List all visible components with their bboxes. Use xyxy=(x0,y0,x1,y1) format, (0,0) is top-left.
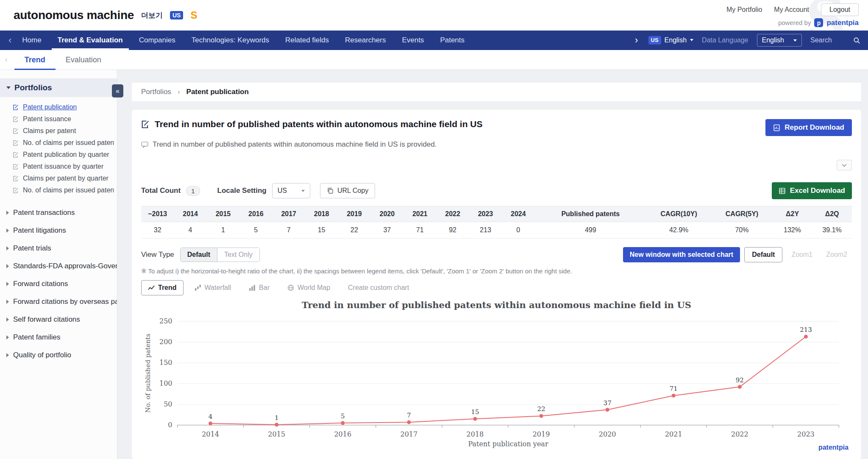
report-icon xyxy=(773,124,780,131)
chevron-down-icon xyxy=(301,190,305,192)
sidebar-item[interactable]: No. of claims per issued patent by qua… xyxy=(13,184,114,196)
sidebar-group[interactable]: Forward citations xyxy=(0,275,117,293)
sidebar-group[interactable]: Self forward citations xyxy=(0,311,117,328)
chart-credit-link[interactable]: patentpia xyxy=(818,444,849,451)
nav-item[interactable]: Related fields xyxy=(277,31,337,50)
nav-scroll-left-icon[interactable]: ‹ xyxy=(6,36,14,45)
new-window-button[interactable]: New window with selected chart xyxy=(623,247,740,262)
sidebar-group[interactable]: Standards-FDA approvals-Govern… xyxy=(0,257,117,275)
nav-item[interactable]: Home xyxy=(14,31,49,50)
subtabs: Trend Evaluation xyxy=(14,50,111,70)
sidebar-group[interactable]: Quality of portfolio xyxy=(0,346,117,364)
nav-item[interactable]: Technologies: Keywords xyxy=(184,31,277,50)
report-download-button[interactable]: Report Download xyxy=(765,119,852,136)
site-language-selector[interactable]: US English xyxy=(648,36,694,45)
total-count-label: Total Count xyxy=(141,186,181,195)
view-type-default-button[interactable]: Default xyxy=(181,248,217,261)
globe-icon xyxy=(287,284,294,291)
summary-table-value-cell: 42.9% xyxy=(646,222,711,239)
copy-icon xyxy=(327,187,334,194)
summary-table-header-cell: ~2013 xyxy=(141,206,174,222)
chart-type-tabs: Trend Waterfall Bar xyxy=(141,280,852,295)
breadcrumb-root[interactable]: Portfolios xyxy=(141,88,171,96)
chart-tab-world-map[interactable]: World Map xyxy=(281,280,337,295)
trend-chart[interactable]: 0501001502002502014201520162017201820192… xyxy=(141,312,852,450)
svg-text:2018: 2018 xyxy=(467,430,484,438)
s-logo-mark: S xyxy=(190,9,197,21)
patentpia-brand-link[interactable]: patentpia xyxy=(826,19,859,27)
chart-tab-bar[interactable]: Bar xyxy=(242,280,276,295)
sidebar-group[interactable]: Patent trials xyxy=(0,239,117,257)
sidebar-group[interactable]: Forward citations by overseas pat… xyxy=(0,293,117,311)
sidebar-item[interactable]: No. of claims per issued patent xyxy=(13,137,114,149)
sidebar-item[interactable]: Patent issuance by quarter xyxy=(13,161,114,172)
panel-collapse-button[interactable] xyxy=(837,160,852,170)
nav-item[interactable]: Patents xyxy=(432,31,473,50)
sidebar-group[interactable]: Patent transactions xyxy=(0,204,117,222)
logout-button[interactable]: Logout xyxy=(821,3,859,16)
top-header: S autonomous machine 더보기 US S My Portfol… xyxy=(0,0,868,31)
sidebar-item[interactable]: Patent issuance xyxy=(13,113,114,125)
view-type-text-only-button[interactable]: Text Only xyxy=(217,248,259,261)
sidebar-item[interactable]: Claims per patent by quarter xyxy=(13,172,114,184)
data-language-label: Data Language xyxy=(702,36,748,44)
compose-icon xyxy=(13,152,19,158)
svg-text:5: 5 xyxy=(341,412,345,420)
spreadsheet-icon xyxy=(779,187,786,195)
sidebar-group[interactable]: Patent litigations xyxy=(0,222,117,239)
subtab[interactable]: Evaluation xyxy=(56,50,111,70)
svg-text:100: 100 xyxy=(159,379,172,387)
chart-tab-create-custom[interactable]: Create custom chart xyxy=(341,280,416,295)
line-chart-icon xyxy=(148,284,155,291)
locale-setting-select[interactable]: US xyxy=(272,183,310,198)
zoom1-button[interactable]: Zoom1 xyxy=(787,247,817,262)
search-box[interactable] xyxy=(810,36,864,44)
my-account-link[interactable]: My Account xyxy=(774,6,809,14)
sidebar-group[interactable]: Patent families xyxy=(0,328,117,346)
zoom-default-button[interactable]: Default xyxy=(744,247,782,262)
svg-text:213: 213 xyxy=(800,326,812,334)
search-input[interactable] xyxy=(810,36,849,44)
compose-icon xyxy=(13,140,19,146)
nav-item[interactable]: Trend & Evaluation xyxy=(50,31,131,50)
zoom2-button[interactable]: Zoom2 xyxy=(821,247,852,262)
svg-text:2023: 2023 xyxy=(797,430,815,438)
summary-table-value-cell: 39.1% xyxy=(812,222,852,239)
nav-scroll-right-icon[interactable]: › xyxy=(635,31,638,50)
excel-download-button[interactable]: Excel Download xyxy=(772,182,852,199)
nav-item[interactable]: Researchers xyxy=(337,31,394,50)
sidebar-item[interactable]: Patent publication by quarter xyxy=(13,149,114,161)
triangle-collapsed-icon xyxy=(6,300,9,304)
sidebar-item[interactable]: Patent publication xyxy=(13,101,114,113)
svg-text:250: 250 xyxy=(159,317,172,325)
summary-table-header-cell: Δ2Y xyxy=(773,206,812,222)
breadcrumb-separator-icon: › xyxy=(178,88,180,96)
nav-item[interactable]: Companies xyxy=(131,31,184,50)
svg-text:92: 92 xyxy=(736,376,744,384)
summary-table-value-cell: 15 xyxy=(305,222,338,239)
sidebar-collapse-button[interactable]: « xyxy=(112,84,123,97)
subtab[interactable]: Trend xyxy=(14,50,56,70)
sidebar-section-portfolios[interactable]: Portfolios xyxy=(0,78,117,97)
svg-text:1: 1 xyxy=(275,414,279,422)
summary-table-value-cell: 37 xyxy=(371,222,403,239)
url-copy-button[interactable]: URL Copy xyxy=(320,183,375,198)
nav-item[interactable]: Events xyxy=(394,31,432,50)
more-link[interactable]: 더보기 xyxy=(141,11,163,20)
summary-table-header-cell: Δ2Q xyxy=(812,206,852,222)
my-portfolio-link[interactable]: My Portfolio xyxy=(726,6,762,14)
svg-text:2017: 2017 xyxy=(400,430,417,438)
svg-text:22: 22 xyxy=(537,405,545,413)
sidebar: « Portfolios Patent publication xyxy=(0,70,117,459)
summary-table-value-cell: 5 xyxy=(239,222,272,239)
summary-table-header-cell: 2015 xyxy=(207,206,239,222)
chart-tab-waterfall[interactable]: Waterfall xyxy=(188,280,238,295)
subtab-handle-icon[interactable]: ‹ xyxy=(5,56,8,64)
search-icon[interactable] xyxy=(853,37,860,44)
nav-items: Home Trend & Evaluation Companies Techno… xyxy=(14,31,473,50)
summary-table-header-cell: 2019 xyxy=(338,206,370,222)
data-language-select[interactable]: English xyxy=(757,34,802,47)
chart-tab-trend[interactable]: Trend xyxy=(141,280,184,295)
chevron-down-icon xyxy=(690,39,693,41)
sidebar-item[interactable]: Claims per patent xyxy=(13,125,114,137)
